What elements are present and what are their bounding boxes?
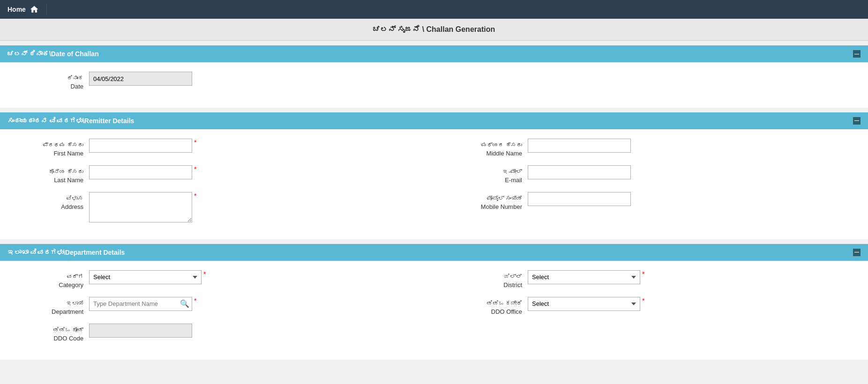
category-required: * <box>203 270 206 278</box>
district-select[interactable]: Select <box>528 270 640 284</box>
remitter-section-body: ಪ್ರಥಮ ಹೆಸರು First Name * ಕೊನೆಯ ಹೆಸರು Las… <box>0 129 868 239</box>
first-name-required: * <box>194 139 196 146</box>
date-section-title: ಚಲನ್ ದಿನಾಂಕ\Date of Challan <box>7 50 99 58</box>
remitter-section-toggle[interactable]: — <box>853 117 861 125</box>
department-search-icon[interactable]: 🔍 <box>180 299 189 308</box>
address-textarea[interactable] <box>89 192 192 222</box>
last-name-row: ಕೊನೆಯ ಹೆಸರು Last Name * <box>14 165 425 185</box>
ddo-code-input <box>89 324 192 338</box>
middle-name-label: ಮಧ್ಯದ ಹೆಸರು Middle Name <box>443 139 528 158</box>
mobile-group: ಮೊಬೈಲ್ ಸಂಖ್ಯೆ Mobile Number <box>443 192 854 211</box>
mobile-row: ಮೊಬೈಲ್ ಸಂಖ್ಯೆ Mobile Number <box>443 192 854 211</box>
department-col-right: ಜಿಲ್ಲೆ District Select * ಡಿಡಿಒ ಕಚೇರಿ DDO… <box>434 270 854 350</box>
remitter-section-header: ಸಂದಾಯದಾರನ ವಿವರಗಳು\Remitter Details — <box>0 112 868 129</box>
category-row: ವರ್ಗ Category Select * <box>14 270 425 289</box>
last-name-input[interactable] <box>89 165 192 179</box>
first-name-row: ಪ್ರಥಮ ಹೆಸರು First Name * <box>14 139 425 158</box>
ddo-office-required: * <box>642 297 644 304</box>
category-select[interactable]: Select <box>89 270 202 284</box>
department-two-col: ವರ್ಗ Category Select * ಇಲಾಖೆ Department <box>14 270 854 350</box>
district-row: ಜಿಲ್ಲೆ District Select * <box>443 270 854 289</box>
home-label[interactable]: Home <box>7 6 26 13</box>
department-section-header: ಇಲಾಖಾ ವಿವರಗಳು\Department Details — <box>0 244 868 261</box>
email-label: ಇ-ಮೇಲ್ E-mail <box>443 165 528 185</box>
district-label: ಜಿಲ್ಲೆ District <box>443 270 528 289</box>
date-section-toggle[interactable]: — <box>853 50 861 58</box>
date-section-body: ದಿನಾಂಕ Date <box>0 62 868 108</box>
district-group: ಜಿಲ್ಲೆ District Select * <box>443 270 854 289</box>
mobile-label: ಮೊಬೈಲ್ ಸಂಖ್ಯೆ Mobile Number <box>443 192 528 211</box>
ddo-office-row: ಡಿಡಿಒ ಕಚೇರಿ DDO Office Select * <box>443 297 854 316</box>
department-col-left: ವರ್ಗ Category Select * ಇಲಾಖೆ Department <box>14 270 434 350</box>
middle-name-input[interactable] <box>528 139 631 153</box>
department-section-title: ಇಲಾಖಾ ವಿವರಗಳು\Department Details <box>7 249 125 256</box>
address-row: ವಿಳಾಸ Address * <box>14 192 425 222</box>
middle-name-row: ಮಧ್ಯದ ಹೆಸರು Middle Name <box>443 139 854 158</box>
department-search-wrapper: 🔍 <box>89 297 192 311</box>
last-name-label: ಕೊನೆಯ ಹೆಸರು Last Name <box>14 165 89 185</box>
last-name-group: ಕೊನೆಯ ಹೆಸರು Last Name * <box>14 165 425 185</box>
address-label: ವಿಳಾಸ Address <box>14 192 89 211</box>
ddo-code-row: ಡಿಡಿಒ ಕೋಡ್ DDO Code <box>14 324 425 343</box>
date-label: ದಿನಾಂಕ Date <box>14 72 89 91</box>
date-input <box>89 72 192 86</box>
date-row: ದಿನಾಂಕ Date <box>14 72 854 91</box>
ddo-code-label: ಡಿಡಿಒ ಕೋಡ್ DDO Code <box>14 324 89 343</box>
department-row: ಇಲಾಖೆ Department 🔍 * <box>14 297 425 316</box>
address-group: ವಿಳಾಸ Address * <box>14 192 425 222</box>
email-group: ಇ-ಮೇಲ್ E-mail <box>443 165 854 185</box>
date-group: ದಿನಾಂಕ Date <box>14 72 854 91</box>
middle-name-group: ಮಧ್ಯದ ಹೆಸರು Middle Name <box>443 139 854 158</box>
navbar: Home <box>0 0 868 19</box>
last-name-required: * <box>194 165 196 173</box>
address-required: * <box>194 192 196 199</box>
home-icon <box>30 5 39 14</box>
ddo-code-group: ಡಿಡಿಒ ಕೋಡ್ DDO Code <box>14 324 425 343</box>
mobile-input[interactable] <box>528 192 631 206</box>
department-search-input[interactable] <box>89 297 192 311</box>
department-label: ಇಲಾಖೆ Department <box>14 297 89 316</box>
district-required: * <box>642 270 644 278</box>
category-group: ವರ್ಗ Category Select * <box>14 270 425 289</box>
date-section-header: ಚಲನ್ ದಿನಾಂಕ\Date of Challan — <box>0 45 868 62</box>
department-section-toggle[interactable]: — <box>853 249 861 256</box>
email-input[interactable] <box>528 165 631 179</box>
remitter-two-col: ಪ್ರಥಮ ಹೆಸರು First Name * ಕೊನೆಯ ಹೆಸರು Las… <box>14 139 854 230</box>
remitter-col-left: ಪ್ರಥಮ ಹೆಸರು First Name * ಕೊನೆಯ ಹೆಸರು Las… <box>14 139 434 230</box>
department-group: ಇಲಾಖೆ Department 🔍 * <box>14 297 425 316</box>
navbar-divider <box>46 4 47 15</box>
remitter-section-title: ಸಂದಾಯದಾರನ ವಿವರಗಳು\Remitter Details <box>7 117 134 125</box>
page-title: ಚಲನ್ ಸೃಜನೆ \ Challan Generation <box>0 19 868 41</box>
email-row: ಇ-ಮೇಲ್ E-mail <box>443 165 854 185</box>
ddo-office-label: ಡಿಡಿಒ ಕಚೇರಿ DDO Office <box>443 297 528 316</box>
category-label: ವರ್ಗ Category <box>14 270 89 289</box>
ddo-office-group: ಡಿಡಿಒ ಕಚೇರಿ DDO Office Select * <box>443 297 854 316</box>
first-name-group: ಪ್ರಥಮ ಹೆಸರು First Name * <box>14 139 425 158</box>
remitter-col-right: ಮಧ್ಯದ ಹೆಸರು Middle Name ಇ-ಮೇಲ್ E-mail <box>434 139 854 230</box>
department-required: * <box>194 297 196 304</box>
first-name-label: ಪ್ರಥಮ ಹೆಸರು First Name <box>14 139 89 158</box>
ddo-office-select[interactable]: Select <box>528 297 640 311</box>
department-section-body: ವರ್ಗ Category Select * ಇಲಾಖೆ Department <box>0 261 868 360</box>
first-name-input[interactable] <box>89 139 192 153</box>
